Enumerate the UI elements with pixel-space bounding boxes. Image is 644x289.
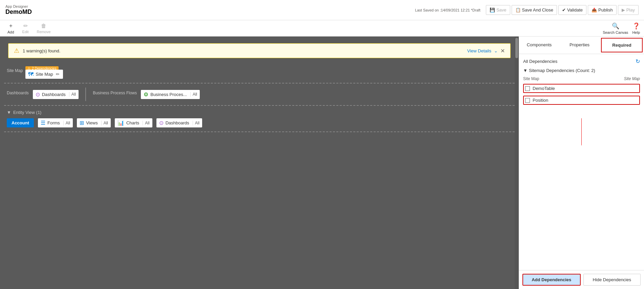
remove-button[interactable]: 🗑 Remove xyxy=(34,22,54,35)
warning-left: ⚠ 1 warning(s) found. xyxy=(14,47,60,54)
canvas: ⚠ 1 warning(s) found. View Details ⌄ ✕ S… xyxy=(0,37,519,289)
sitemap-card[interactable]: 🗺 Site Map ✏ xyxy=(25,70,63,79)
top-bar-right: Last Saved on :14/09/2021 12:21 *Draft 💾… xyxy=(415,5,639,15)
views-card-all: All xyxy=(101,121,108,125)
entity-view-row: Account ☰ Forms All ⊞ Views All 📊 Charts… xyxy=(7,118,512,127)
play-button[interactable]: ▶ Play xyxy=(618,5,639,15)
sitemap-card-wrapper: ⚠ 2 Dependencies 🗺 Site Map ✏ xyxy=(25,70,63,79)
warning-message: 1 warning(s) found. xyxy=(23,48,60,53)
bpf-card-all: All xyxy=(190,92,197,97)
help-button[interactable]: ❓ Help xyxy=(632,22,640,34)
tab-components[interactable]: Components xyxy=(519,37,559,54)
dashboards-card[interactable]: ⊙ Dashboards All xyxy=(33,90,79,99)
publish-button[interactable]: 📤 Publish xyxy=(588,5,617,15)
add-dependencies-button[interactable]: Add Dependencies xyxy=(522,274,581,286)
sitemap-section: Site Map ⚠ 2 Dependencies 🗺 Site Map ✏ xyxy=(4,61,515,83)
validate-icon: ✔ xyxy=(562,7,566,13)
search-canvas-button[interactable]: 🔍 Search Canvas xyxy=(603,22,628,34)
charts-card-text: Charts xyxy=(126,120,139,125)
right-panel-footer: Add Dependencies Hide Dependencies xyxy=(519,270,644,289)
sitemap-deps-header[interactable]: ▼ Sitemap Dependencies (Count: 2) xyxy=(523,68,640,73)
canvas-scrollbar[interactable] xyxy=(515,37,519,289)
validate-button[interactable]: ✔ Validate xyxy=(558,5,586,15)
play-icon: ▶ xyxy=(622,7,625,13)
charts-card[interactable]: 📊 Charts All xyxy=(115,118,152,127)
right-panel: Components Properties Required All Depen… xyxy=(519,37,644,289)
site-map-col-value: Site Map xyxy=(624,76,640,81)
site-map-col-label: Site Map xyxy=(523,76,539,81)
dashboards-icon: ⊙ xyxy=(36,91,40,98)
bpf-icon: ⚙ xyxy=(144,91,148,98)
main-layout: ⚠ 1 warning(s) found. View Details ⌄ ✕ S… xyxy=(0,37,644,289)
play-label: Play xyxy=(626,7,635,13)
save-and-close-button[interactable]: 📋 Save And Close xyxy=(512,5,557,15)
add-button[interactable]: ＋ Add xyxy=(4,21,18,35)
demotable-label: DemoTable xyxy=(533,86,555,91)
sitemap-edit-button[interactable]: ✏ xyxy=(55,71,60,77)
warning-banner: ⚠ 1 warning(s) found. View Details ⌄ ✕ xyxy=(8,43,511,58)
account-chip[interactable]: Account xyxy=(7,118,34,127)
help-label: Help xyxy=(632,30,640,34)
save-and-close-label: Save And Close xyxy=(522,7,554,13)
bpf-card[interactable]: ⚙ Business Proces... All xyxy=(141,90,200,99)
add-label: Add xyxy=(7,30,14,34)
entity-view-section: ▼ Entity View (1) Account ☰ Forms All ⊞ … xyxy=(4,106,515,132)
save-button[interactable]: 💾 Save xyxy=(486,5,510,15)
top-bar: App Designer DemoMD Last Saved on :14/09… xyxy=(0,0,644,20)
warning-icon: ⚠ xyxy=(14,47,19,54)
charts-icon: 📊 xyxy=(117,120,124,126)
dep-item-position: Position xyxy=(523,96,640,105)
edit-label: Edit xyxy=(22,30,29,34)
tab-properties[interactable]: Properties xyxy=(559,37,600,54)
dashboards-label: Dashboards xyxy=(7,91,29,95)
entity-view-header[interactable]: ▼ Entity View (1) xyxy=(7,110,512,115)
entity-view-header-label: Entity View (1) xyxy=(13,110,42,115)
chevron-down-icon: ⌄ xyxy=(494,48,498,53)
app-name: DemoMD xyxy=(5,8,32,16)
entity-dashboards-all: All xyxy=(193,121,199,125)
sitemap-card-icon: 🗺 xyxy=(28,71,34,77)
bpf-label: Business Process Flows xyxy=(93,91,137,95)
chevron-down-icon: ▼ xyxy=(7,110,11,115)
demotable-checkbox[interactable] xyxy=(525,86,530,91)
all-dependencies-label: All Dependencies xyxy=(523,59,557,64)
publish-label: Publish xyxy=(598,7,613,13)
canvas-scrollbar-thumb xyxy=(515,38,518,58)
toolbar-right: 🔍 Search Canvas ❓ Help xyxy=(603,22,640,34)
hide-dependencies-button[interactable]: Hide Dependencies xyxy=(583,274,641,286)
right-panel-content: All Dependencies ↻ ▼ Sitemap Dependencie… xyxy=(519,54,644,270)
help-icon: ❓ xyxy=(632,22,640,30)
edit-button[interactable]: ✏ Edit xyxy=(19,21,32,35)
all-dependencies-row: All Dependencies ↻ xyxy=(523,58,640,65)
views-card-text: Views xyxy=(86,120,98,125)
entity-dashboards-card[interactable]: ⊙ Dashboards All xyxy=(156,118,202,127)
forms-card[interactable]: ☰ Forms All xyxy=(38,118,73,127)
warning-right[interactable]: View Details ⌄ ✕ xyxy=(467,48,505,54)
dashboards-card-all: All xyxy=(69,92,76,97)
remove-icon: 🗑 xyxy=(41,23,46,29)
dashboards-card-text: Dashboards xyxy=(42,92,66,97)
bpf-card-text: Business Proces... xyxy=(150,92,187,97)
close-icon[interactable]: ✕ xyxy=(500,48,505,54)
sitemap-section-label: Site Map xyxy=(7,68,23,73)
add-icon: ＋ xyxy=(8,22,14,29)
save-close-icon: 📋 xyxy=(515,7,521,13)
tab-required[interactable]: Required xyxy=(601,38,643,52)
sitemap-card-text: Site Map xyxy=(36,72,53,77)
position-checkbox[interactable] xyxy=(525,98,530,103)
validate-label: Validate xyxy=(567,7,583,13)
chevron-down-icon: ▼ xyxy=(523,68,528,73)
remove-label: Remove xyxy=(37,30,51,34)
views-card[interactable]: ⊞ Views All xyxy=(77,118,111,127)
entity-dashboards-icon: ⊙ xyxy=(159,120,164,126)
canvas-toolbar: ＋ Add ✏ Edit 🗑 Remove 🔍 Search Canvas ❓ … xyxy=(0,20,644,37)
refresh-button[interactable]: ↻ xyxy=(636,58,640,65)
forms-card-text: Forms xyxy=(47,120,60,125)
deps-section-label: Site Map Site Map xyxy=(523,76,640,81)
save-label: Save xyxy=(496,7,507,13)
forms-card-all: All xyxy=(63,121,70,125)
publish-icon: 📤 xyxy=(592,7,597,13)
view-details-link[interactable]: View Details xyxy=(467,48,491,53)
search-icon: 🔍 xyxy=(612,22,619,30)
forms-icon: ☰ xyxy=(41,120,45,126)
